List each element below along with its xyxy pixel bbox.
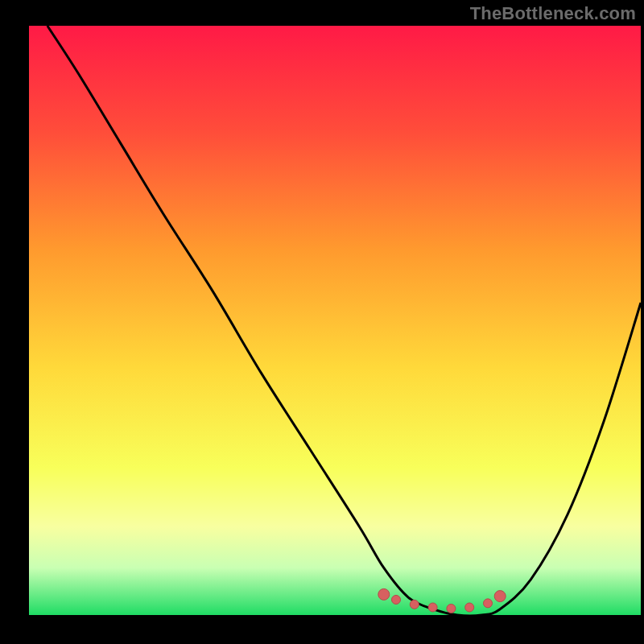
valley-marker (447, 604, 456, 613)
bottleneck-chart (0, 0, 644, 644)
frame-right (641, 0, 644, 644)
plot-background (29, 26, 641, 615)
valley-marker (428, 603, 437, 612)
valley-marker (465, 603, 474, 612)
valley-marker (410, 600, 419, 609)
chart-stage: TheBottleneck.com (0, 0, 644, 644)
frame-bottom (0, 615, 644, 644)
valley-marker (484, 599, 493, 608)
frame-left (0, 0, 29, 644)
valley-marker (494, 591, 506, 602)
valley-marker (392, 595, 401, 604)
watermark-text: TheBottleneck.com (470, 3, 636, 24)
valley-marker (378, 588, 390, 600)
